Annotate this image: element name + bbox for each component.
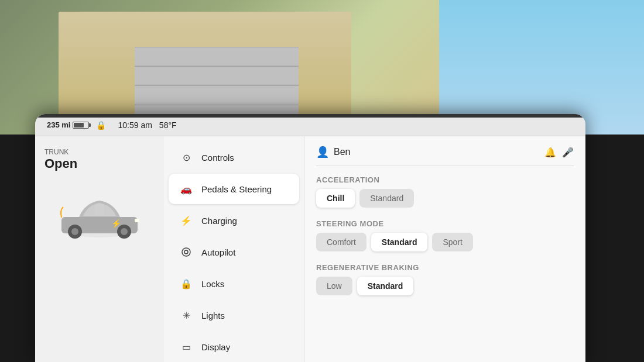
clock-display: 10:59 am [118, 120, 152, 130]
sidebar-item-display[interactable]: ▭ Display [169, 332, 299, 362]
steering-mode-options: Comfort Standard Sport [316, 233, 574, 251]
svg-text:⚡: ⚡ [111, 219, 122, 229]
svg-point-5 [121, 228, 128, 235]
svg-point-9 [184, 250, 188, 254]
pedals-steering-label: Pedals & Steering [201, 184, 272, 194]
acceleration-section: Acceleration Chill Standard [316, 175, 574, 208]
temperature-display: 58°F [159, 120, 177, 130]
steering-standard-button[interactable]: Standard [371, 233, 428, 251]
garage-panel-2 [135, 66, 299, 84]
mic-icon[interactable]: 🎤 [562, 147, 574, 158]
svg-point-3 [71, 228, 78, 235]
user-profile-icon: 👤 [316, 146, 329, 158]
acceleration-chill-button[interactable]: Chill [316, 189, 355, 208]
steering-mode-title: Steering Mode [316, 219, 574, 228]
status-bar: 235 mi 🔒 10:59 am 58°F [35, 114, 585, 136]
lock-status-icon: 🔒 [96, 120, 106, 130]
acceleration-title: Acceleration [316, 175, 574, 184]
lights-icon: ✳ [179, 308, 193, 322]
controls-label: Controls [201, 153, 234, 163]
charging-icon: ⚡ [179, 213, 193, 227]
user-header: 👤 Ben 🔔 🎤 [316, 146, 574, 166]
vehicle-status-panel: Trunk Open [35, 136, 164, 362]
range-display: 235 mi [47, 120, 89, 129]
trunk-label: Trunk [44, 148, 155, 156]
sidebar-item-charging[interactable]: ⚡ Charging [169, 205, 299, 236]
user-name-display: Ben [334, 147, 350, 157]
locks-label: Locks [201, 279, 224, 289]
range-value: 235 mi [47, 120, 70, 129]
controls-icon: ⊙ [179, 150, 193, 164]
display-icon: ▭ [179, 340, 193, 354]
trunk-value: Open [44, 156, 155, 171]
steering-sport-button[interactable]: Sport [432, 233, 472, 251]
regen-low-button[interactable]: Low [316, 277, 352, 295]
tesla-touchscreen: 235 mi 🔒 10:59 am 58°F Trunk Open [35, 114, 585, 362]
sidebar-item-pedals-steering[interactable]: 🚗 Pedals & Steering [169, 174, 299, 204]
autopilot-icon [179, 245, 193, 259]
settings-detail-panel: 👤 Ben 🔔 🎤 Acceleration Chill Standard St… [304, 136, 585, 362]
autopilot-label: Autopilot [201, 247, 235, 257]
bell-icon[interactable]: 🔔 [544, 147, 556, 158]
locks-icon: 🔒 [179, 277, 193, 291]
regen-braking-options: Low Standard [316, 277, 574, 295]
acceleration-standard-button[interactable]: Standard [359, 189, 414, 208]
regen-standard-button[interactable]: Standard [357, 277, 414, 295]
battery-fill [74, 123, 84, 127]
charging-label: Charging [201, 216, 237, 226]
sidebar-navigation: ⊙ Controls 🚗 Pedals & Steering ⚡ Chargin… [164, 136, 304, 362]
display-label: Display [201, 342, 230, 352]
lights-label: Lights [201, 311, 225, 320]
house-background [59, 12, 351, 129]
sidebar-item-autopilot[interactable]: Autopilot [169, 237, 299, 267]
steering-comfort-button[interactable]: Comfort [316, 233, 366, 251]
garage-door [135, 47, 299, 123]
garage-panel-3 [135, 85, 299, 104]
steering-mode-section: Steering Mode Comfort Standard Sport [316, 219, 574, 251]
svg-point-8 [182, 248, 190, 256]
garage-panel-1 [135, 47, 299, 65]
main-content-area: Trunk Open [35, 136, 585, 362]
acceleration-options: Chill Standard [316, 189, 574, 208]
pedals-steering-icon: 🚗 [179, 182, 193, 196]
sidebar-item-lights[interactable]: ✳ Lights [169, 300, 299, 330]
regen-braking-section: Regenerative Braking Low Standard [316, 263, 574, 295]
car-image: ⚡ [53, 181, 146, 251]
regen-braking-title: Regenerative Braking [316, 263, 574, 272]
header-action-icons: 🔔 🎤 [544, 147, 574, 158]
car-svg: ⚡ [53, 181, 146, 251]
battery-indicator [73, 122, 89, 129]
sidebar-item-controls[interactable]: ⊙ Controls [169, 142, 299, 173]
trunk-status-display: Trunk Open [35, 143, 164, 176]
sidebar-item-locks[interactable]: 🔒 Locks [169, 268, 299, 299]
svg-rect-6 [135, 219, 139, 222]
